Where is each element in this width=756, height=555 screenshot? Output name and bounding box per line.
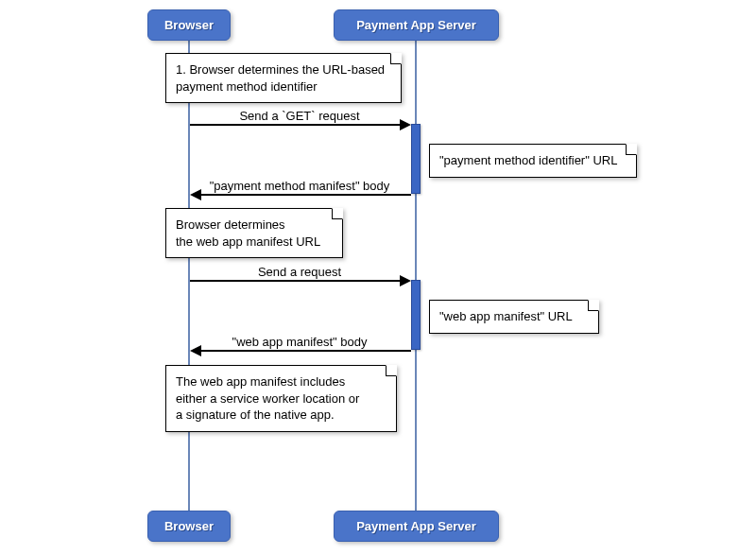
note-line: Browser determines bbox=[176, 217, 333, 234]
message-label-get-request: Send a `GET` request bbox=[190, 109, 409, 123]
activation-bar bbox=[411, 124, 421, 194]
participant-label: Payment App Server bbox=[356, 519, 476, 533]
note-line: the web app manifest URL bbox=[176, 234, 333, 251]
participant-browser-bottom: Browser bbox=[147, 511, 231, 542]
message-label-manifest-body: "payment method manifest" body bbox=[190, 179, 409, 193]
message-line bbox=[201, 350, 411, 352]
note-line: 1. Browser determines the URL-based bbox=[176, 61, 391, 78]
participant-server-bottom: Payment App Server bbox=[334, 511, 499, 542]
participant-browser-top: Browser bbox=[147, 9, 231, 41]
lifeline-server bbox=[415, 40, 417, 512]
note-line: either a service worker location or bbox=[176, 390, 387, 408]
activation-bar bbox=[411, 280, 421, 350]
note-line: a signature of the native app. bbox=[176, 407, 387, 424]
participant-label: Browser bbox=[164, 519, 214, 533]
message-line bbox=[190, 280, 400, 282]
note-web-app-manifest-url: "web app manifest" URL bbox=[429, 300, 599, 334]
arrow-left-icon bbox=[190, 345, 201, 356]
note-line: "web app manifest" URL bbox=[439, 308, 589, 325]
message-label-web-app-manifest-body: "web app manifest" body bbox=[190, 335, 409, 349]
note-manifest-includes: The web app manifest includes either a s… bbox=[165, 365, 397, 432]
participant-server-top: Payment App Server bbox=[334, 9, 499, 41]
arrow-right-icon bbox=[400, 275, 411, 286]
note-web-app-manifest-url-determine: Browser determines the web app manifest … bbox=[165, 208, 343, 258]
arrow-right-icon bbox=[400, 119, 411, 130]
note-url-based-identifier: 1. Browser determines the URL-based paym… bbox=[165, 53, 402, 103]
note-line: "payment method identifier" URL bbox=[439, 152, 627, 169]
note-payment-method-identifier-url: "payment method identifier" URL bbox=[429, 144, 637, 178]
message-label-send-request: Send a request bbox=[190, 265, 409, 279]
sequence-diagram: Browser Payment App Server 1. Browser de… bbox=[0, 0, 756, 555]
message-line bbox=[190, 124, 400, 126]
participant-label: Payment App Server bbox=[356, 18, 476, 32]
arrow-left-icon bbox=[190, 189, 201, 200]
participant-label: Browser bbox=[164, 18, 214, 32]
note-line: The web app manifest includes bbox=[176, 373, 387, 390]
note-line: payment method identifier bbox=[176, 78, 391, 95]
message-line bbox=[201, 194, 411, 196]
